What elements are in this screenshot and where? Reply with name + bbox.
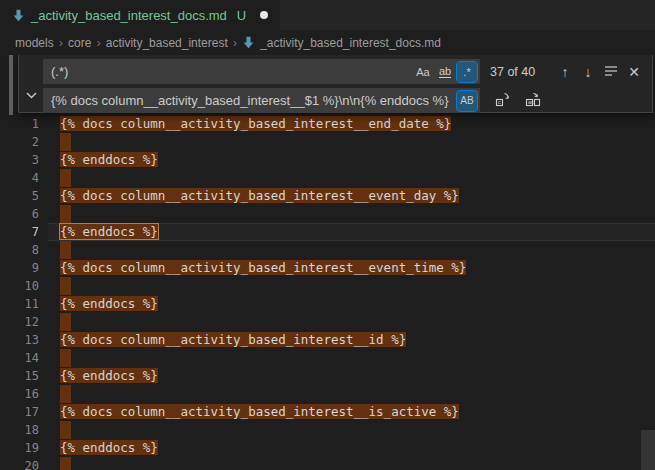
find-match: {% docs column__activity_based_interest_… xyxy=(60,404,459,419)
code-line[interactable]: 16 xyxy=(0,385,655,403)
markdown-icon xyxy=(12,9,25,22)
find-results-count: 37 of 40 xyxy=(490,65,552,79)
code-line[interactable]: 19{% enddocs %} xyxy=(0,439,655,457)
code-line[interactable]: 1{% docs column__activity_based_interest… xyxy=(0,115,655,133)
line-number: 14 xyxy=(0,349,48,367)
close-find-button[interactable]: ✕ xyxy=(624,61,644,83)
replace-input[interactable]: {% docs column__activity_based_interest_… xyxy=(43,88,480,113)
line-number: 12 xyxy=(0,313,48,331)
chevron-right-icon: › xyxy=(59,35,63,50)
match-case-button[interactable]: Aa xyxy=(413,62,433,82)
find-match-empty xyxy=(60,133,71,151)
find-match: {% docs column__activity_based_interest_… xyxy=(60,332,406,347)
find-match: {% enddocs %} xyxy=(60,296,158,311)
chevron-right-icon: › xyxy=(233,35,237,50)
find-in-selection-button[interactable] xyxy=(601,61,621,83)
line-number: 13 xyxy=(0,331,48,349)
find-match-empty xyxy=(60,349,71,367)
arrow-up-icon: ↑ xyxy=(562,64,569,80)
svg-text:ac: ac xyxy=(528,99,534,105)
markdown-icon xyxy=(242,36,255,49)
find-query: (.*) xyxy=(51,64,411,79)
replace-icon: c xyxy=(495,91,511,110)
find-match-empty xyxy=(60,313,71,331)
find-match-empty xyxy=(60,241,71,259)
breadcrumb-file[interactable]: _activity_based_interest_docs.md xyxy=(242,36,441,50)
tab-filename: _activity_based_interest_docs.md xyxy=(31,8,227,23)
whole-word-button[interactable]: ab xyxy=(435,62,455,82)
modified-dot-icon[interactable] xyxy=(260,11,268,19)
editor: (.*) Aa ab .* 37 of 40 ↑ ↓ ✕ {% docs xyxy=(0,55,655,470)
code-line[interactable]: 5{% docs column__activity_based_interest… xyxy=(0,187,655,205)
find-match: {% docs column__activity_based_interest_… xyxy=(60,260,466,275)
find-match-current: {% enddocs %} xyxy=(60,224,158,239)
svg-text:c: c xyxy=(498,99,501,105)
line-number: 4 xyxy=(0,169,48,187)
find-match: {% docs column__activity_based_interest_… xyxy=(60,116,451,131)
line-number: 6 xyxy=(0,205,48,223)
replace-all-icon: ac xyxy=(525,91,541,110)
line-number: 8 xyxy=(0,241,48,259)
code-line[interactable]: 14 xyxy=(0,349,655,367)
close-icon: ✕ xyxy=(628,64,640,80)
regex-button[interactable]: .* xyxy=(457,62,477,82)
preserve-case-button[interactable]: AB xyxy=(457,91,477,111)
breadcrumb-item-models[interactable]: models xyxy=(15,36,54,50)
breadcrumb-filename: _activity_based_interest_docs.md xyxy=(260,36,441,50)
code-line[interactable]: 4 xyxy=(0,169,655,187)
find-match-empty xyxy=(60,277,71,295)
selection-lines-icon xyxy=(604,64,618,80)
code-line[interactable]: 3{% enddocs %} xyxy=(0,151,655,169)
code-line[interactable]: 17{% docs column__activity_based_interes… xyxy=(0,403,655,421)
find-match: {% enddocs %} xyxy=(60,440,158,455)
code-line[interactable]: 9{% docs column__activity_based_interest… xyxy=(0,259,655,277)
code-line[interactable]: 13{% docs column__activity_based_interes… xyxy=(0,331,655,349)
code-line[interactable]: 18 xyxy=(0,421,655,439)
breadcrumb-item-core[interactable]: core xyxy=(68,36,91,50)
find-match-empty xyxy=(60,205,71,223)
breadcrumb: models › core › activity_based_interest … xyxy=(0,30,655,55)
git-status-badge: U xyxy=(237,8,246,23)
find-widget-resize-sash[interactable] xyxy=(9,55,13,115)
replace-all-button[interactable]: ac xyxy=(522,90,544,112)
chevron-right-icon: › xyxy=(96,35,100,50)
line-number: 19 xyxy=(0,439,48,457)
next-match-button[interactable]: ↓ xyxy=(578,61,598,83)
find-widget-toggle[interactable] xyxy=(19,55,43,112)
line-number: 16 xyxy=(0,385,48,403)
scrollbar-thumb[interactable] xyxy=(641,430,655,470)
line-number: 20 xyxy=(0,457,48,470)
line-number: 1 xyxy=(0,115,48,133)
find-match-empty xyxy=(60,385,71,403)
line-number: 2 xyxy=(0,133,48,151)
code-line[interactable]: 8 xyxy=(0,241,655,259)
code-lines: 1{% docs column__activity_based_interest… xyxy=(0,55,655,470)
line-number: 18 xyxy=(0,421,48,439)
chevron-down-icon xyxy=(26,87,37,102)
code-line[interactable]: 2 xyxy=(0,133,655,151)
find-match: {% enddocs %} xyxy=(60,152,158,167)
previous-match-button[interactable]: ↑ xyxy=(555,61,575,83)
line-number: 5 xyxy=(0,187,48,205)
code-line[interactable]: 15{% enddocs %} xyxy=(0,367,655,385)
tab-bar: _activity_based_interest_docs.md U xyxy=(0,0,655,30)
line-number: 9 xyxy=(0,259,48,277)
code-line[interactable]: 12 xyxy=(0,313,655,331)
code-line[interactable]: 11{% enddocs %} xyxy=(0,295,655,313)
find-widget: (.*) Aa ab .* 37 of 40 ↑ ↓ ✕ {% docs xyxy=(18,55,653,113)
find-match-empty xyxy=(60,169,71,187)
code-line[interactable]: 20 xyxy=(0,457,655,470)
line-number: 3 xyxy=(0,151,48,169)
code-line[interactable]: 7{% enddocs %} xyxy=(0,223,655,241)
line-number: 11 xyxy=(0,295,48,313)
replace-button[interactable]: c xyxy=(492,90,514,112)
editor-tab[interactable]: _activity_based_interest_docs.md U xyxy=(0,0,280,30)
find-match: {% enddocs %} xyxy=(60,368,158,383)
replace-query: {% docs column__activity_based_interest_… xyxy=(51,93,455,108)
line-number: 7 xyxy=(0,223,48,241)
find-input[interactable]: (.*) Aa ab .* xyxy=(43,59,480,84)
line-number: 15 xyxy=(0,367,48,385)
breadcrumb-item-activity-based-interest[interactable]: activity_based_interest xyxy=(106,36,228,50)
code-line[interactable]: 6 xyxy=(0,205,655,223)
code-line[interactable]: 10 xyxy=(0,277,655,295)
